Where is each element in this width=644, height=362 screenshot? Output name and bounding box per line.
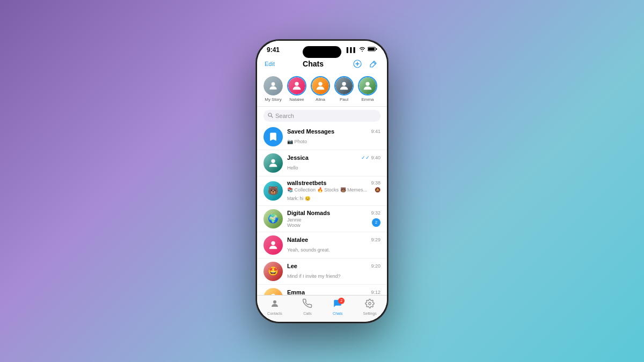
chat-content-jessica: Jessica ✓✓ 9:40 Hello bbox=[287, 154, 380, 172]
chat-avatar-jessica bbox=[264, 153, 283, 173]
chat-content-emma: Emma 9:12 I hope you're enjoying your da… bbox=[287, 289, 380, 295]
chats-tab-badge: 2 bbox=[338, 298, 345, 304]
svg-point-5 bbox=[295, 82, 298, 85]
tab-calls[interactable]: Calls bbox=[303, 299, 312, 315]
svg-point-6 bbox=[318, 82, 322, 85]
page-title: Chats bbox=[303, 60, 324, 68]
dynamic-island bbox=[303, 46, 341, 58]
chat-preview-lee: Mind if I invite my friend? bbox=[287, 274, 341, 279]
add-chat-button[interactable] bbox=[352, 58, 363, 70]
phone-screen: 9:41 ▌▌▌ bbox=[257, 41, 387, 322]
search-icon bbox=[268, 113, 273, 119]
svg-point-8 bbox=[365, 82, 369, 85]
chat-content-saved: Saved Messages 9:41 📷 Photo bbox=[287, 128, 380, 145]
chat-avatar-saved bbox=[264, 127, 283, 146]
tab-chats[interactable]: 2 Chats bbox=[333, 299, 342, 315]
chat-preview-wsb: 📚 Collection 🔥 Stocks 🐻 Memes... bbox=[287, 187, 375, 193]
chat-item-jessica[interactable]: Jessica ✓✓ 9:40 Hello bbox=[257, 150, 387, 176]
story-item-emma[interactable]: Emma bbox=[358, 76, 377, 102]
story-item-alina[interactable]: Alina bbox=[311, 76, 330, 102]
chat-content-natalee: Natalee 9:29 Yeah, sounds great. bbox=[287, 237, 380, 254]
status-time: 9:41 bbox=[267, 46, 280, 54]
compose-button[interactable] bbox=[368, 58, 379, 70]
nav-action-icons bbox=[352, 58, 379, 70]
wifi-icon bbox=[359, 47, 365, 53]
chat-mute-wsb: 🔕 bbox=[375, 187, 380, 193]
chat-item-digital[interactable]: 🌍 Digital Nomads 9:32 Jennie Woow 2 bbox=[257, 206, 387, 232]
svg-point-4 bbox=[272, 82, 275, 86]
tab-contacts[interactable]: Contacts bbox=[267, 299, 282, 315]
chat-time-digital: 9:32 bbox=[371, 210, 380, 216]
chat-content-wsb: wallstreetbets 9:38 📚 Collection 🔥 Stock… bbox=[287, 180, 380, 202]
chat-preview-jessica: Hello bbox=[287, 165, 298, 171]
chat-time-wsb: 9:38 bbox=[371, 180, 380, 186]
top-nav: Edit Chats bbox=[257, 56, 387, 73]
status-icons: ▌▌▌ bbox=[347, 47, 377, 53]
chat-item-lee[interactable]: 🤩 Lee 9:20 Mind if I invite my friend? bbox=[257, 258, 387, 285]
chat-name-jessica: Jessica bbox=[287, 154, 309, 161]
chat-item-emma[interactable]: Emma 9:12 I hope you're enjoying your da… bbox=[257, 285, 387, 295]
svg-point-11 bbox=[271, 241, 275, 245]
chat-name-natalee: Natalee bbox=[287, 237, 308, 243]
chat-avatar-lee: 🤩 bbox=[264, 262, 283, 281]
svg-point-10 bbox=[271, 159, 275, 162]
chat-name-emma: Emma bbox=[287, 289, 305, 295]
svg-point-14 bbox=[369, 302, 371, 305]
chat-time-jessica: ✓✓ 9:40 bbox=[361, 155, 380, 160]
contacts-label: Contacts bbox=[267, 312, 282, 315]
tab-settings[interactable]: Settings bbox=[363, 299, 377, 315]
tab-bar: Contacts Calls 2 Chats bbox=[257, 295, 387, 322]
chat-item-natalee[interactable]: Natalee 9:29 Yeah, sounds great. bbox=[257, 232, 387, 258]
chat-time-saved: 9:41 bbox=[371, 129, 380, 134]
svg-point-13 bbox=[273, 300, 276, 304]
svg-rect-1 bbox=[368, 48, 375, 50]
chat-preview2-digital: Woow bbox=[287, 223, 372, 228]
svg-rect-2 bbox=[376, 48, 377, 50]
chat-time-emma: 9:12 bbox=[371, 290, 380, 295]
search-placeholder: Search bbox=[275, 113, 294, 119]
settings-label: Settings bbox=[363, 312, 377, 315]
chat-name-digital: Digital Nomads bbox=[287, 210, 330, 216]
chats-label: Chats bbox=[333, 312, 342, 315]
edit-button[interactable]: Edit bbox=[265, 61, 275, 67]
story-item-paul[interactable]: Paul bbox=[334, 76, 354, 102]
chat-content-lee: Lee 9:20 Mind if I invite my friend? bbox=[287, 263, 380, 280]
chat-time-lee: 9:20 bbox=[371, 263, 380, 269]
chat-avatar-digital: 🌍 bbox=[264, 209, 283, 228]
chat-preview-natalee: Yeah, sounds great. bbox=[287, 247, 330, 253]
svg-point-7 bbox=[342, 82, 346, 85]
story-item-mystory[interactable]: My Story bbox=[264, 76, 283, 102]
contacts-icon bbox=[270, 299, 280, 311]
chat-preview-digital: Jennie bbox=[287, 217, 372, 223]
signal-icon: ▌▌▌ bbox=[347, 47, 357, 53]
battery-icon bbox=[368, 47, 377, 53]
story-label-emma: Emma bbox=[361, 97, 374, 102]
chat-name-saved: Saved Messages bbox=[287, 128, 334, 135]
story-label-alina: Alina bbox=[316, 97, 325, 102]
story-label-natalee: Natalee bbox=[289, 97, 304, 102]
badge-digital: 2 bbox=[372, 218, 380, 227]
chat-time-natalee: 9:29 bbox=[371, 237, 380, 242]
chat-name-lee: Lee bbox=[287, 263, 297, 269]
chats-icon: 2 bbox=[333, 299, 342, 311]
chat-item-wsb[interactable]: 🐻 wallstreetbets 9:38 📚 Collection 🔥 Sto… bbox=[257, 176, 387, 206]
chat-avatar-natalee bbox=[264, 235, 283, 255]
settings-icon bbox=[365, 299, 375, 311]
chat-content-digital: Digital Nomads 9:32 Jennie Woow 2 bbox=[287, 210, 380, 228]
chat-avatar-wsb: 🐻 bbox=[264, 181, 283, 201]
stories-row: My Story Natalee bbox=[257, 73, 387, 107]
search-bar[interactable]: Search bbox=[264, 110, 380, 122]
chat-list: Saved Messages 9:41 📷 Photo Jessica bbox=[257, 124, 387, 295]
story-label-mystory: My Story bbox=[265, 97, 282, 102]
chat-preview2-wsb: Mark: hi 😊 bbox=[287, 196, 311, 201]
story-item-natalee[interactable]: Natalee bbox=[287, 76, 306, 102]
calls-label: Calls bbox=[303, 312, 312, 315]
chat-preview-saved: 📷 Photo bbox=[287, 139, 307, 144]
calls-icon bbox=[303, 299, 312, 311]
chat-item-saved[interactable]: Saved Messages 9:41 📷 Photo bbox=[257, 124, 387, 150]
phone-outer: 9:41 ▌▌▌ bbox=[255, 39, 389, 323]
chat-avatar-emma bbox=[264, 288, 283, 295]
chat-name-wsb: wallstreetbets bbox=[287, 180, 326, 186]
story-label-paul: Paul bbox=[340, 97, 348, 102]
